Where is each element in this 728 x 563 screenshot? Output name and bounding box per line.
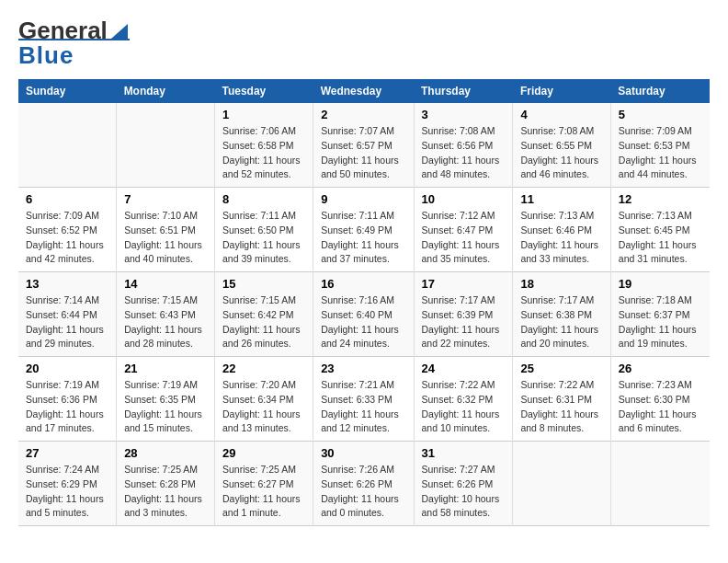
day-cell: 23Sunrise: 7:21 AM Sunset: 6:33 PM Dayli… <box>313 357 414 442</box>
day-number: 13 <box>26 277 108 291</box>
day-number: 6 <box>26 192 108 206</box>
day-cell: 8Sunrise: 7:11 AM Sunset: 6:50 PM Daylig… <box>214 188 313 272</box>
day-cell: 27Sunrise: 7:24 AM Sunset: 6:29 PM Dayli… <box>18 442 117 526</box>
col-header-saturday: Saturday <box>610 79 710 103</box>
day-cell: 3Sunrise: 7:08 AM Sunset: 6:56 PM Daylig… <box>414 103 513 188</box>
day-cell <box>18 103 117 188</box>
day-info: Sunrise: 7:27 AM Sunset: 6:26 PM Dayligh… <box>422 463 506 521</box>
day-cell: 1Sunrise: 7:06 AM Sunset: 6:58 PM Daylig… <box>214 103 313 188</box>
calendar-header: SundayMondayTuesdayWednesdayThursdayFrid… <box>18 79 710 103</box>
day-cell <box>117 103 215 188</box>
day-cell: 29Sunrise: 7:25 AM Sunset: 6:27 PM Dayli… <box>214 442 313 526</box>
day-number: 28 <box>124 446 207 460</box>
day-info: Sunrise: 7:06 AM Sunset: 6:58 PM Dayligh… <box>222 124 305 182</box>
day-cell: 10Sunrise: 7:12 AM Sunset: 6:47 PM Dayli… <box>414 188 513 272</box>
day-info: Sunrise: 7:25 AM Sunset: 6:28 PM Dayligh… <box>124 463 207 521</box>
day-info: Sunrise: 7:19 AM Sunset: 6:36 PM Dayligh… <box>26 378 108 436</box>
day-number: 3 <box>422 108 506 121</box>
day-cell: 22Sunrise: 7:20 AM Sunset: 6:34 PM Dayli… <box>214 357 313 442</box>
day-number: 10 <box>422 192 506 206</box>
day-info: Sunrise: 7:13 AM Sunset: 6:46 PM Dayligh… <box>520 209 602 267</box>
logo: General Blue <box>18 18 130 70</box>
day-cell: 7Sunrise: 7:10 AM Sunset: 6:51 PM Daylig… <box>117 188 215 272</box>
day-number: 21 <box>124 362 207 375</box>
day-info: Sunrise: 7:07 AM Sunset: 6:57 PM Dayligh… <box>321 124 405 182</box>
day-cell: 6Sunrise: 7:09 AM Sunset: 6:52 PM Daylig… <box>18 188 117 272</box>
day-number: 14 <box>124 277 207 291</box>
day-info: Sunrise: 7:21 AM Sunset: 6:33 PM Dayligh… <box>321 378 405 436</box>
day-number: 11 <box>520 192 602 206</box>
day-info: Sunrise: 7:12 AM Sunset: 6:47 PM Dayligh… <box>422 209 506 267</box>
day-number: 24 <box>422 362 506 375</box>
day-cell: 11Sunrise: 7:13 AM Sunset: 6:46 PM Dayli… <box>513 188 610 272</box>
day-number: 23 <box>321 362 405 375</box>
day-cell: 20Sunrise: 7:19 AM Sunset: 6:36 PM Dayli… <box>18 357 117 442</box>
day-info: Sunrise: 7:08 AM Sunset: 6:55 PM Dayligh… <box>520 124 602 182</box>
day-info: Sunrise: 7:16 AM Sunset: 6:40 PM Dayligh… <box>321 293 405 351</box>
col-header-thursday: Thursday <box>414 79 513 103</box>
day-number: 7 <box>124 192 207 206</box>
day-info: Sunrise: 7:22 AM Sunset: 6:31 PM Dayligh… <box>520 378 602 436</box>
day-cell: 14Sunrise: 7:15 AM Sunset: 6:43 PM Dayli… <box>117 272 215 357</box>
day-number: 1 <box>222 108 305 121</box>
logo-blue: Blue <box>18 39 130 70</box>
day-number: 26 <box>619 362 702 375</box>
day-number: 8 <box>222 192 305 206</box>
day-number: 18 <box>520 277 602 291</box>
day-info: Sunrise: 7:09 AM Sunset: 6:53 PM Dayligh… <box>619 124 702 182</box>
day-cell <box>610 442 710 526</box>
day-cell: 16Sunrise: 7:16 AM Sunset: 6:40 PM Dayli… <box>313 272 414 357</box>
day-info: Sunrise: 7:15 AM Sunset: 6:43 PM Dayligh… <box>124 293 207 351</box>
day-info: Sunrise: 7:26 AM Sunset: 6:26 PM Dayligh… <box>321 463 405 521</box>
day-info: Sunrise: 7:23 AM Sunset: 6:30 PM Dayligh… <box>619 378 702 436</box>
day-info: Sunrise: 7:17 AM Sunset: 6:39 PM Dayligh… <box>422 293 506 351</box>
day-cell: 12Sunrise: 7:13 AM Sunset: 6:45 PM Dayli… <box>610 188 710 272</box>
day-info: Sunrise: 7:17 AM Sunset: 6:38 PM Dayligh… <box>520 293 602 351</box>
day-info: Sunrise: 7:24 AM Sunset: 6:29 PM Dayligh… <box>26 463 108 521</box>
day-cell: 2Sunrise: 7:07 AM Sunset: 6:57 PM Daylig… <box>313 103 414 188</box>
day-cell: 30Sunrise: 7:26 AM Sunset: 6:26 PM Dayli… <box>313 442 414 526</box>
svg-marker-0 <box>111 24 128 39</box>
day-number: 31 <box>422 446 506 460</box>
day-number: 17 <box>422 277 506 291</box>
day-cell: 18Sunrise: 7:17 AM Sunset: 6:38 PM Dayli… <box>513 272 610 357</box>
day-cell: 26Sunrise: 7:23 AM Sunset: 6:30 PM Dayli… <box>610 357 710 442</box>
col-header-friday: Friday <box>513 79 610 103</box>
day-cell: 4Sunrise: 7:08 AM Sunset: 6:55 PM Daylig… <box>513 103 610 188</box>
calendar-table: SundayMondayTuesdayWednesdayThursdayFrid… <box>18 79 710 526</box>
day-info: Sunrise: 7:10 AM Sunset: 6:51 PM Dayligh… <box>124 209 207 267</box>
day-number: 29 <box>222 446 305 460</box>
day-info: Sunrise: 7:22 AM Sunset: 6:32 PM Dayligh… <box>422 378 506 436</box>
day-number: 27 <box>26 446 108 460</box>
logo-icon <box>109 20 130 40</box>
day-cell: 13Sunrise: 7:14 AM Sunset: 6:44 PM Dayli… <box>18 272 117 357</box>
day-number: 4 <box>520 108 602 121</box>
day-info: Sunrise: 7:11 AM Sunset: 6:49 PM Dayligh… <box>321 209 405 267</box>
day-number: 9 <box>321 192 405 206</box>
week-row-2: 6Sunrise: 7:09 AM Sunset: 6:52 PM Daylig… <box>18 188 710 272</box>
day-number: 12 <box>619 192 702 206</box>
day-cell: 24Sunrise: 7:22 AM Sunset: 6:32 PM Dayli… <box>414 357 513 442</box>
col-header-sunday: Sunday <box>18 79 117 103</box>
day-info: Sunrise: 7:13 AM Sunset: 6:45 PM Dayligh… <box>619 209 702 267</box>
day-info: Sunrise: 7:25 AM Sunset: 6:27 PM Dayligh… <box>222 463 305 521</box>
page-header: General Blue <box>18 18 710 70</box>
col-header-monday: Monday <box>117 79 215 103</box>
day-info: Sunrise: 7:14 AM Sunset: 6:44 PM Dayligh… <box>26 293 108 351</box>
day-cell: 28Sunrise: 7:25 AM Sunset: 6:28 PM Dayli… <box>117 442 215 526</box>
week-row-3: 13Sunrise: 7:14 AM Sunset: 6:44 PM Dayli… <box>18 272 710 357</box>
week-row-4: 20Sunrise: 7:19 AM Sunset: 6:36 PM Dayli… <box>18 357 710 442</box>
day-number: 2 <box>321 108 405 121</box>
day-cell: 9Sunrise: 7:11 AM Sunset: 6:49 PM Daylig… <box>313 188 414 272</box>
day-number: 20 <box>26 362 108 375</box>
day-number: 16 <box>321 277 405 291</box>
day-info: Sunrise: 7:19 AM Sunset: 6:35 PM Dayligh… <box>124 378 207 436</box>
day-number: 25 <box>520 362 602 375</box>
week-row-5: 27Sunrise: 7:24 AM Sunset: 6:29 PM Dayli… <box>18 442 710 526</box>
day-info: Sunrise: 7:09 AM Sunset: 6:52 PM Dayligh… <box>26 209 108 267</box>
day-number: 30 <box>321 446 405 460</box>
day-info: Sunrise: 7:15 AM Sunset: 6:42 PM Dayligh… <box>222 293 305 351</box>
day-cell: 5Sunrise: 7:09 AM Sunset: 6:53 PM Daylig… <box>610 103 710 188</box>
day-number: 5 <box>619 108 702 121</box>
day-number: 22 <box>222 362 305 375</box>
